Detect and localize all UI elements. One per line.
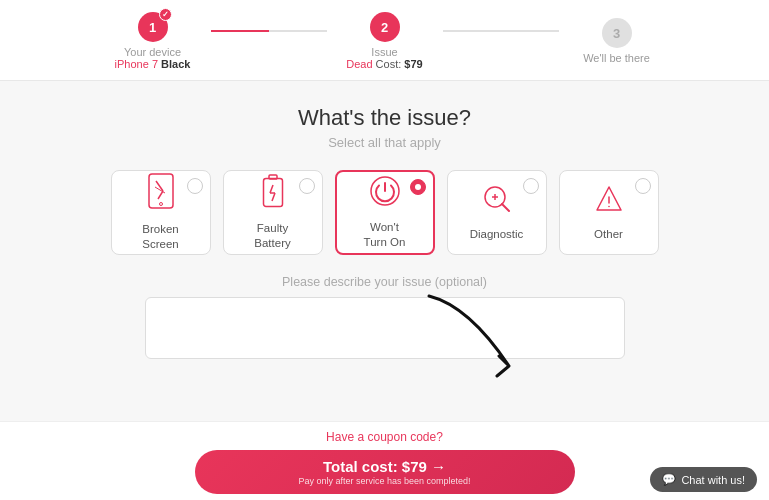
main-content: What's the issue? Select all that apply … [0, 81, 769, 359]
total-cost-sublabel: Pay only after service has been complete… [298, 476, 470, 486]
step-1: 1 ✓ Your device iPhone 7 Black [95, 12, 211, 70]
step-1-number: 1 [149, 20, 156, 35]
header: 1 ✓ Your device iPhone 7 Black 2 Issue D… [0, 0, 769, 81]
step-2-label: Issue [371, 46, 397, 58]
svg-line-2 [158, 191, 163, 199]
card-diagnostic[interactable]: Diagnostic [447, 170, 547, 255]
card-radio-broken-screen [187, 178, 203, 194]
card-radio-diagnostic [523, 178, 539, 194]
step-3-circle: 3 [602, 18, 632, 48]
faulty-battery-icon [262, 174, 284, 215]
issue-cards-container: BrokenScreen FaultyBattery [111, 170, 659, 255]
step-1-label: Your device [124, 46, 181, 58]
svg-point-4 [159, 203, 162, 206]
card-label-faulty-battery: FaultyBattery [254, 221, 290, 251]
svg-rect-6 [269, 175, 277, 179]
total-cost-button[interactable]: Total cost: $79 → Pay only after service… [195, 450, 575, 494]
svg-line-7 [270, 185, 273, 193]
wont-turn-on-icon [369, 175, 401, 214]
card-radio-other [635, 178, 651, 194]
card-wont-turn-on[interactable]: Won'tTurn On [335, 170, 435, 255]
card-other[interactable]: Other [559, 170, 659, 255]
step-2-sublabel: Dead Cost: $79 [346, 58, 422, 70]
connector-1-2 [211, 30, 327, 32]
describe-textarea[interactable] [145, 297, 625, 359]
step-3-label: We'll be there [583, 52, 650, 64]
card-radio-wont-turn-on [410, 179, 426, 195]
connector-2-3 [443, 30, 559, 32]
step-2-circle: 2 [370, 12, 400, 42]
card-radio-faulty-battery [299, 178, 315, 194]
svg-line-9 [272, 193, 275, 201]
step-2: 2 Issue Dead Cost: $79 [327, 12, 443, 70]
chat-button[interactable]: 💬 Chat with us! [650, 467, 757, 492]
card-broken-screen[interactable]: BrokenScreen [111, 170, 211, 255]
step-2-number: 2 [381, 20, 388, 35]
card-label-other: Other [594, 227, 623, 242]
page-title: What's the issue? [298, 105, 471, 131]
coupon-link[interactable]: Have a coupon code? [326, 430, 443, 444]
svg-line-12 [502, 204, 509, 211]
card-faulty-battery[interactable]: FaultyBattery [223, 170, 323, 255]
describe-label: Please describe your issue (optional) [282, 275, 487, 289]
card-label-wont-turn-on: Won'tTurn On [364, 220, 406, 250]
svg-point-16 [608, 205, 610, 207]
total-cost-label: Total cost: $79 → [323, 458, 446, 475]
step-1-check: ✓ [159, 8, 172, 21]
step-3: 3 We'll be there [559, 18, 675, 64]
other-icon [594, 184, 624, 221]
step-3-number: 3 [613, 26, 620, 41]
step-1-circle: 1 ✓ [138, 12, 168, 42]
card-label-diagnostic: Diagnostic [470, 227, 524, 242]
stepper: 1 ✓ Your device iPhone 7 Black 2 Issue D… [95, 12, 675, 70]
chat-icon: 💬 [662, 473, 676, 486]
chat-label: Chat with us! [681, 474, 745, 486]
card-label-broken-screen: BrokenScreen [142, 222, 178, 252]
page-subtitle: Select all that apply [328, 135, 441, 150]
broken-screen-icon [147, 173, 175, 216]
step-1-sublabel: iPhone 7 Black [115, 58, 191, 70]
diagnostic-icon [482, 184, 512, 221]
